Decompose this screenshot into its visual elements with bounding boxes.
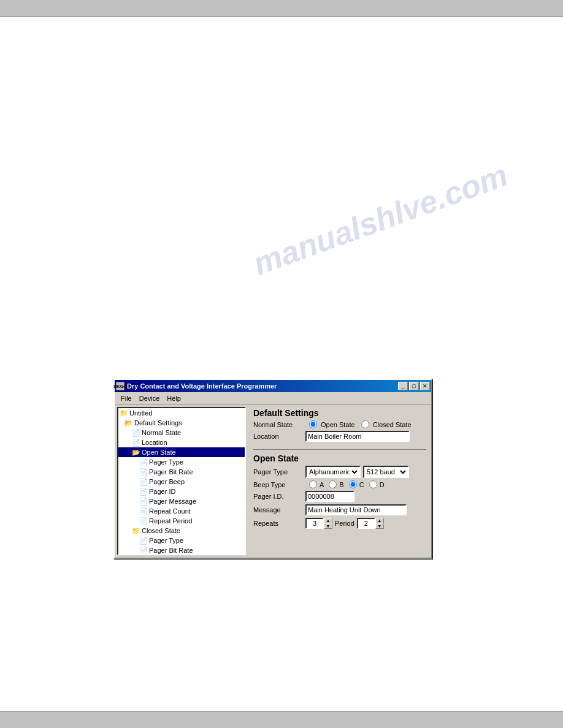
repeats-up-button[interactable]: ▲ [324,518,332,523]
right-panel: Default Settings Normal State Open State… [248,404,431,558]
page-content: manualshlve.com SKGE Dry Contact and Vol… [0,17,563,711]
baud-select[interactable]: 512 baud 1200 baud 2400 baud [363,466,409,478]
repeats-spinner-buttons: ▲ ▼ [324,518,332,529]
watermark: manualshlve.com [248,156,513,282]
period-input[interactable] [357,518,375,529]
beep-b-radio[interactable] [329,480,337,488]
period-spinner-buttons: ▲ ▼ [375,518,384,529]
tree-item-closed-state[interactable]: 📁 Closed State [118,526,245,536]
doc-icon-rc: 📄 [139,507,148,515]
location-input[interactable] [305,431,410,442]
tree-item-pager-beep-1[interactable]: 📄 Pager Beep [118,477,245,487]
closed-state-radio-label: Closed State [373,421,412,428]
beep-a-radio[interactable] [309,480,317,488]
tree-item-pager-message-1[interactable]: 📄 Pager Message [118,496,245,506]
location-label: Location [253,433,305,440]
open-state-radio-label: Open State [321,421,355,428]
default-settings-title: Default Settings [253,408,426,418]
beep-type-row: Beep Type A B C D [253,480,426,488]
period-up-button[interactable]: ▲ [375,518,384,523]
tree-item-location[interactable]: 📄 Location [118,438,245,447]
doc-icon-location: 📄 [132,438,140,447]
beep-radio-group: A B C D [305,480,385,488]
menu-bar: File Device Help [115,392,431,404]
period-down-button[interactable]: ▼ [375,523,384,529]
beep-c-label: C [359,481,364,488]
repeats-spinner: ▲ ▼ [305,518,332,529]
minimize-button[interactable]: _ [398,382,408,390]
tree-item-pager-id-1[interactable]: 📄 Pager ID [118,487,245,496]
normal-state-radio-group: Open State Closed State [305,420,412,428]
period-spinner: ▲ ▼ [357,518,384,529]
beep-d-radio[interactable] [369,480,377,488]
closed-state-radio[interactable] [361,420,369,428]
period-label: Period [335,520,354,527]
beep-d-label: D [380,481,385,488]
doc-icon-pid1: 📄 [139,487,148,496]
folder-closed-icon: 📁 [132,526,140,535]
message-row: Message [253,504,426,515]
title-bar-buttons: _ □ ✕ [398,382,430,390]
repeats-down-button[interactable]: ▼ [324,523,332,529]
location-row: Location [253,431,426,442]
doc-icon-pbr1: 📄 [139,468,148,476]
pager-id-input[interactable] [305,491,354,502]
maximize-button[interactable]: □ [409,382,419,390]
window-content: 📁 Untitled 📂 Default Settings 📄 Normal S… [115,404,431,558]
doc-icon: 📄 [132,428,140,437]
tree-item-pager-bit-rate-2[interactable]: 📄 Pager Bit Rate [118,545,245,555]
menu-device[interactable]: Device [136,393,164,403]
menu-file[interactable]: File [117,393,136,403]
tree-item-repeat-count[interactable]: 📄 Repeat Count [118,506,245,516]
close-button[interactable]: ✕ [420,382,430,390]
default-settings-section: Default Settings Normal State Open State… [253,408,426,444]
doc-icon-rp: 📄 [139,517,148,525]
beep-b-label: B [339,481,343,488]
tree-item-pager-bit-rate-1[interactable]: 📄 Pager Bit Rate [118,467,245,477]
pager-type-label: Pager Type [253,468,305,476]
application-window: SKGE Dry Contact and Voltage Interface P… [113,379,432,559]
tree-item-normal-state[interactable]: 📄 Normal State [118,428,245,438]
beep-a-label: A [320,481,324,488]
folder-icon: 📁 [120,409,128,417]
repeats-row: Repeats ▲ ▼ Period ▲ [253,518,426,529]
folder-open-state-icon: 📂 [132,448,140,457]
folder-open-icon: 📂 [124,419,133,427]
pager-type-row: Pager Type Alphanumeric Numeric 512 baud… [253,466,426,478]
normal-state-label: Normal State [253,421,305,428]
doc-icon-pm1: 📄 [139,497,148,506]
tree-item-pager-type-1[interactable]: 📄 Pager Type [118,457,245,467]
app-icon: SKGE [116,382,124,390]
doc-icon-pt1: 📄 [139,458,148,466]
tree-panel[interactable]: 📁 Untitled 📂 Default Settings 📄 Normal S… [117,407,246,555]
tree-item-untitled[interactable]: 📁 Untitled [118,408,245,418]
open-state-section: Open State Pager Type Alphanumeric Numer… [253,449,426,531]
open-state-title: Open State [253,453,426,463]
top-bar [0,0,563,17]
doc-icon-pt2: 📄 [139,536,148,545]
message-label: Message [253,506,305,514]
doc-icon-pbr2: 📄 [139,546,148,555]
tree-item-pager-type-2[interactable]: 📄 Pager Type [118,536,245,545]
repeats-label: Repeats [253,520,305,527]
beep-c-radio[interactable] [349,480,357,488]
menu-help[interactable]: Help [163,393,185,403]
normal-state-row: Normal State Open State Closed State [253,420,426,428]
tree-item-default-settings[interactable]: 📂 Default Settings [118,418,245,428]
open-state-radio[interactable] [309,420,317,428]
message-input[interactable] [305,504,407,515]
beep-type-label: Beep Type [253,481,305,488]
window-title: Dry Contact and Voltage Interface Progra… [127,382,398,390]
title-bar: SKGE Dry Contact and Voltage Interface P… [115,380,431,392]
pager-type-select[interactable]: Alphanumeric Numeric [305,466,361,478]
bottom-bar [0,711,563,728]
pager-id-label: Pager I.D. [253,493,305,500]
tree-item-repeat-period[interactable]: 📄 Repeat Period [118,516,245,526]
pager-id-row: Pager I.D. [253,491,426,502]
tree-item-open-state[interactable]: 📂 Open State [118,447,245,457]
doc-icon-pb1: 📄 [139,477,148,486]
repeats-input[interactable] [305,518,324,529]
